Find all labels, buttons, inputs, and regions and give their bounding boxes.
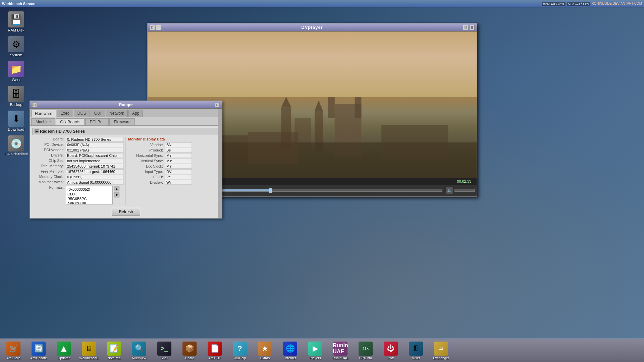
player-volume-slider[interactable] xyxy=(454,189,475,192)
taskbar-item-unarc[interactable]: 📦 Unarc xyxy=(177,340,202,361)
label-board: Board: xyxy=(32,137,66,141)
ranger-main-tabs: Hardware Exec DOS GUI Network App xyxy=(30,109,222,117)
desktop-icon-download[interactable]: ⬇ Download xyxy=(3,109,30,133)
taskbar-item-mixer[interactable]: 🎚 Mixer xyxy=(404,340,428,361)
workbench-icon: 🖥 xyxy=(82,342,96,356)
info-right-col: Monitor Display Data Vendor: BN Product:… xyxy=(125,137,220,205)
players-icon: ▶ xyxy=(308,342,322,356)
scroll-down-btn[interactable]: ▼ xyxy=(114,192,119,197)
ramdisk-label: RAM Disk xyxy=(8,28,24,32)
taskbar-item-runinuae[interactable]: RunInUAE RunInUAE xyxy=(328,340,353,361)
mixer-icon: 🎚 xyxy=(409,342,423,356)
refresh-button[interactable]: Refresh xyxy=(112,208,140,216)
info-row-mem-clock: Memory Clock: 0 (units?) xyxy=(32,175,124,179)
ranger-close-btn[interactable]: □ xyxy=(32,103,37,107)
ranger-titlebar[interactable]: □ Ranger □ xyxy=(30,101,222,109)
taskbar-item-wbhelp[interactable]: ? WBHelp xyxy=(228,340,252,361)
pc0-icon: 💿 xyxy=(8,135,24,152)
value-pci-device: 0x683F (N/A) xyxy=(66,142,124,147)
scroll-up-btn[interactable]: ▲ xyxy=(114,186,119,191)
amistore-label: AmiStore xyxy=(6,356,20,360)
player-progress-bar[interactable] xyxy=(213,189,442,192)
taskbar-item-shell[interactable]: >_ Shell xyxy=(152,340,176,361)
dvplayer-max-btn[interactable]: □ xyxy=(463,25,468,30)
info-row-free-mem: Free Memory: 167627264 Largest: 1664460 xyxy=(32,169,124,174)
sky xyxy=(148,32,477,97)
taskbar-item-internet[interactable]: 🌐 Internet xyxy=(278,340,302,361)
taskbar-item-extras[interactable]: ★ Extras xyxy=(253,340,277,361)
right-label-dotclock: Dot Clock: xyxy=(128,164,165,168)
taskbar-item-poff[interactable]: ⏻ Poff xyxy=(379,340,403,361)
sub-tab-machine[interactable]: Machine xyxy=(31,118,55,125)
desktop-icon-work[interactable]: 📁 Work xyxy=(3,60,30,83)
taskbar-item-notepad[interactable]: 📝 NotePad xyxy=(102,340,126,361)
info-row-pci-device: PCI Device: 0x683F (N/A) xyxy=(32,142,124,147)
shell-icon: >_ xyxy=(157,342,171,356)
label-formats: Formats: xyxy=(32,185,66,189)
ranger-zoom-btn[interactable]: □ xyxy=(215,103,220,107)
tab-gui[interactable]: GUI xyxy=(91,110,105,117)
sub-tab-gfx[interactable]: Gfx Boards xyxy=(56,118,85,125)
exchanger-icon: ⇄ xyxy=(434,342,448,356)
value-pci-vendor: 0x1002 (N/A) xyxy=(66,148,124,153)
ranger-scrollbar[interactable] xyxy=(218,109,222,218)
taskbar-item-amiupdate[interactable]: 🔄 AmiUpdate xyxy=(26,340,51,361)
taskbar-item-amistore[interactable]: 🛒 AmiStore xyxy=(1,340,25,361)
right-value-vendor: BN xyxy=(165,142,192,147)
dvplayer-titlebar[interactable]: □ _ DVplayer □ ⊞ xyxy=(148,23,477,32)
dvplayer-title: DVplayer xyxy=(301,25,323,30)
dvplayer-close-btn[interactable]: □ xyxy=(150,25,155,30)
sub-tab-firmware[interactable]: Firmware xyxy=(109,118,135,125)
tab-app[interactable]: App xyxy=(128,110,143,117)
dvplayer-hide-btn[interactable]: _ xyxy=(156,25,161,30)
formats-list[interactable]: (0x00000052) CLUT R5G6B5PC A8R8G8B8 xyxy=(66,186,113,204)
right-row-dotclock: Dot Clock: Min xyxy=(128,164,220,169)
internet-icon: 🌐 xyxy=(283,342,297,356)
monitor-link[interactable]: Monitor Display Data xyxy=(128,137,220,141)
desktop-icon-system[interactable]: ⚙ System xyxy=(3,35,30,58)
info-row-board: Board: 0: Radeon HD 7700 Series xyxy=(32,137,124,142)
label-chipset: Chip Set: xyxy=(32,159,66,163)
taskbar-item-cpuinfo[interactable]: 21× CPUInfo xyxy=(354,340,378,361)
poff-label: Poff xyxy=(388,356,394,360)
amipdf-label: AmiPDF xyxy=(208,356,221,360)
value-board: 0: Radeon HD 7700 Series xyxy=(66,137,124,142)
taskbar-item-updater[interactable]: ▲ Updater xyxy=(52,340,76,361)
taskbar-item-amipdf[interactable]: 📄 AmiPDF xyxy=(203,340,227,361)
ranger-sub-tabs: Machine Gfx Boards PCI Bus Firmware xyxy=(30,117,222,126)
player-vol-down[interactable]: 🔉 xyxy=(446,187,453,194)
tab-exec[interactable]: Exec xyxy=(57,110,73,117)
value-free-mem: 167627264 Largest: 1664460 xyxy=(66,169,124,174)
taskbar-item-players[interactable]: ▶ Players xyxy=(303,340,327,361)
desktop-icon-ramdisk[interactable]: 💾 RAM Disk xyxy=(3,10,30,34)
desktop: Workbench Screen RAM 128 / 34% GFX 128 /… xyxy=(0,0,644,362)
player-progress-thumb[interactable] xyxy=(269,188,272,193)
dvplayer-fullscreen-btn[interactable]: ⊞ xyxy=(469,25,475,30)
amipdf-icon: 📄 xyxy=(208,342,222,356)
taskbar-item-multiview[interactable]: 🔍 MultiView xyxy=(127,340,151,361)
info-row-chipset: Chip Set: not yet implemented xyxy=(32,159,124,163)
desktop-icon-backup[interactable]: 🗄 Backup xyxy=(3,84,30,108)
label-drivers: Drivers: xyxy=(32,153,66,157)
desktop-icon-pc0[interactable]: 💿 PC0:Uninitialized xyxy=(3,134,30,157)
taskbar-item-workbench[interactable]: 🖥 WorkbenchE xyxy=(77,340,101,361)
sub-tab-pci[interactable]: PCI Bus xyxy=(85,118,109,125)
right-row-hsync: Horizontal Sync: Min xyxy=(128,153,220,158)
gpu-expand-btn[interactable]: ▶ xyxy=(35,129,39,133)
updater-icon: ▲ xyxy=(57,342,71,356)
right-row-display: Display: Wi xyxy=(128,180,220,185)
info-row-formats: Formats: (0x00000052) CLUT R5G6B5PC A8R8… xyxy=(32,185,124,204)
ramdisk-icon: 💾 xyxy=(8,11,24,27)
taskbar-item-exchanger[interactable]: ⇄ Exchanger xyxy=(429,340,453,361)
tab-dos[interactable]: DOS xyxy=(74,110,90,117)
cpuinfo-icon: 21× xyxy=(359,342,373,356)
tab-network[interactable]: Network xyxy=(106,110,128,117)
multiview-label: MultiView xyxy=(132,356,147,360)
right-value-inputtype: DV xyxy=(165,169,192,174)
right-value-edid: Ve xyxy=(165,175,192,179)
ram-indicator: RAM 128 / 34% xyxy=(542,2,566,6)
formats-container: (0x00000052) CLUT R5G6B5PC A8R8G8B8 ▲ ▼ xyxy=(66,186,119,204)
right-label-inputtype: Input Type: xyxy=(128,170,165,174)
tab-hardware[interactable]: Hardware xyxy=(31,110,56,117)
pc0-label: PC0:Uninitialized xyxy=(5,152,28,156)
